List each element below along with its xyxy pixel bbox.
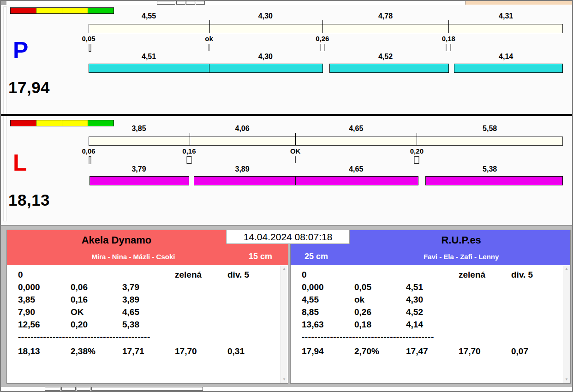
team-panel-left: Akela Dynamo Mira - Nina - Mázli - Csoki… [6, 230, 288, 384]
result-bar-segment [454, 64, 563, 73]
table-cell: 4,52 [406, 307, 459, 320]
table-cell [511, 295, 557, 307]
table-cell: div. 5 [511, 270, 557, 282]
segment-time: 4,06 [235, 125, 249, 133]
split-diff-label: 0,20 [410, 147, 424, 155]
scroll-up-icon[interactable]: ▲ [563, 267, 570, 271]
table-row: 0 zelená div. 5 [18, 270, 288, 282]
scroll-up-icon[interactable]: ▲ [281, 267, 287, 271]
table-cell: 0,06 [71, 282, 122, 295]
table-row: 7,90 OK 4,65 [18, 307, 288, 320]
datetime-display: 14.04.2024 08:07:18 [226, 230, 350, 244]
scale-tick [209, 20, 210, 33]
table-cell [459, 282, 511, 295]
table-row: 0 zelená div. 5 [302, 270, 570, 282]
table-cell: 0,000 [302, 282, 354, 295]
scroll-down-icon[interactable]: ▼ [563, 377, 570, 382]
table-cell: 12,56 [18, 320, 71, 332]
indicator-yellow-segment [36, 7, 62, 14]
table-row: 4,55 ok 4,30 [302, 295, 570, 307]
segment-time: 5,58 [483, 125, 497, 133]
background-window-fragment [465, 1, 572, 5]
height-class-badge: 15 cm [249, 252, 272, 261]
table-cell [227, 307, 274, 320]
table-row: 13,63 0,18 4,14 [302, 320, 570, 332]
table-row: 8,85 0,26 4,52 [302, 307, 570, 320]
split-marker [209, 44, 209, 51]
table-cell: 17,47 [406, 346, 459, 359]
table-cell: 4,14 [406, 320, 459, 332]
time-scale-bar [89, 24, 563, 33]
scrollbar[interactable]: ▲ ▼ [281, 266, 287, 383]
table-row: 0,000 0,06 3,79 [18, 282, 288, 295]
lane-p-panel: P 17,94 4,55 4,30 4,78 4,31 0,05 ok 0,26… [6, 6, 571, 114]
table-cell [511, 320, 557, 332]
window-corner-fragment [1, 1, 6, 5]
segment-time: 5,38 [483, 165, 497, 173]
window-edge-fragment [196, 1, 205, 5]
table-cell: 3,89 [122, 295, 175, 307]
timing-track: 4,55 4,30 4,78 4,31 0,05 ok 0,26 0,18 [89, 6, 563, 114]
table-cell: 17,94 [302, 346, 354, 359]
split-marker-row [89, 156, 563, 165]
table-cell: 0,000 [18, 282, 71, 295]
scale-tick [417, 133, 417, 145]
table-cell: 17,71 [122, 346, 175, 359]
table-cell [354, 270, 406, 282]
segment-time: 3,79 [131, 165, 146, 173]
team-members: Mira - Nina - Mázli - Csoki [7, 253, 260, 261]
split-marker [295, 156, 296, 163]
lane-letter: P [13, 39, 28, 62]
table-cell [175, 295, 227, 307]
table-cell [511, 282, 557, 295]
split-diff-label: 0,26 [316, 35, 329, 42]
table-cell: 0,31 [227, 346, 274, 359]
split-marker [320, 44, 325, 51]
split-marker [414, 156, 419, 164]
table-cell: 0 [302, 270, 354, 282]
table-cell: ok [354, 295, 406, 307]
table-cell [227, 282, 274, 295]
results-table: 0 zelená div. 5 0,000 0,06 3,79 3,85 0,1… [7, 265, 288, 383]
scrollbar[interactable]: ▲ ▼ [563, 266, 570, 383]
split-marker [89, 156, 91, 164]
indicator-yellow-segment [36, 120, 62, 126]
result-bar-segment [194, 176, 296, 185]
segment-time: 4,78 [378, 12, 393, 20]
result-bar-segment [90, 176, 189, 185]
team-name: Akela Dynamo [7, 230, 226, 246]
window-edge-fragment [45, 387, 60, 391]
teams-section: Akela Dynamo Mira - Nina - Mázli - Csoki… [1, 225, 572, 387]
table-cell [227, 295, 274, 307]
segment-time: 4,65 [349, 125, 363, 133]
upper-segment-times: 3,85 4,06 4,65 5,58 [89, 125, 563, 133]
scroll-down-icon[interactable]: ▼ [281, 377, 287, 382]
table-cell: 0,26 [354, 307, 406, 320]
table-cell: OK [71, 307, 122, 320]
result-bar [89, 176, 563, 185]
result-bar-segment [425, 176, 563, 185]
lower-segment-times: 3,79 3,89 4,65 5,38 [89, 165, 563, 173]
table-cell: 0,16 [71, 295, 122, 307]
table-cell [459, 320, 511, 332]
table-cell: 7,90 [18, 307, 71, 320]
indicator-red-segment [10, 120, 36, 126]
time-scale-bar [89, 137, 563, 146]
table-cell: 13,63 [302, 320, 354, 332]
split-diff-label: OK [290, 147, 301, 155]
table-row: 3,85 0,16 3,89 [18, 295, 288, 307]
indicator-yellow-segment-2 [62, 120, 88, 126]
window-edge-fragment [157, 1, 175, 5]
separator-line: ----------------------------------------… [302, 332, 570, 344]
segment-time: 3,89 [235, 165, 249, 173]
table-cell: 18,13 [18, 346, 71, 359]
split-marker [186, 156, 191, 164]
lane-total-time: 18,13 [8, 191, 50, 209]
split-diff-label: ok [205, 35, 213, 42]
scale-tick [295, 133, 296, 145]
result-bar-segment [295, 176, 418, 185]
table-cell: 3,85 [18, 295, 71, 307]
table-cell: 17,70 [459, 346, 511, 359]
indicator-yellow-segment-2 [62, 7, 88, 14]
lane-total-time: 17,94 [8, 78, 50, 97]
